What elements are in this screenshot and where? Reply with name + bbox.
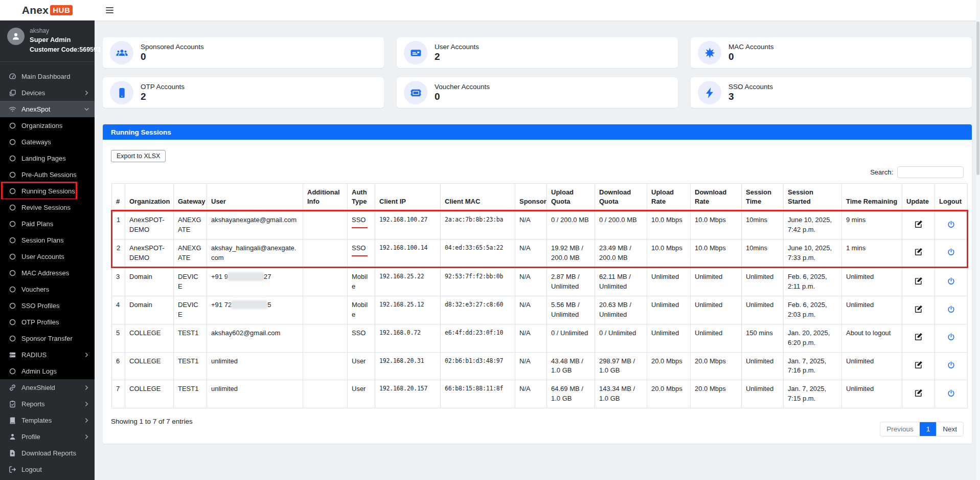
sidebar-item-revive-sessions[interactable]: Revive Sessions bbox=[0, 199, 95, 215]
sidebar-item-download-reports[interactable]: Download Reports bbox=[0, 445, 95, 461]
cell-update bbox=[902, 324, 935, 352]
cell-download-rate: Unlimited bbox=[691, 268, 742, 296]
logout-button[interactable] bbox=[946, 247, 956, 257]
sidebar-item-sso-profiles[interactable]: SSO Profiles bbox=[0, 297, 95, 314]
power-icon bbox=[947, 221, 955, 228]
logout-button[interactable] bbox=[946, 276, 956, 286]
pagination-previous[interactable]: Previous bbox=[880, 422, 920, 436]
sidebar-item-admin-logs[interactable]: Admin Logs bbox=[0, 363, 95, 379]
circle-icon bbox=[8, 138, 16, 146]
power-icon bbox=[947, 306, 955, 313]
hamburger-menu-icon[interactable] bbox=[104, 5, 116, 15]
scrollbar-thumb[interactable] bbox=[976, 21, 979, 175]
sidebar-item-gateways[interactable]: Gateways bbox=[0, 134, 95, 150]
cell-additional-info bbox=[303, 296, 348, 324]
edit-icon bbox=[915, 361, 922, 369]
cell-session-started: Jan. 7, 2025, 7:15 p.m. bbox=[784, 380, 842, 408]
sidebar-item-label: MAC Addresses bbox=[21, 269, 69, 277]
sidebar-item-running-sessions[interactable]: Running Sessions bbox=[0, 183, 95, 199]
sidebar-item-mac-addresses[interactable]: MAC Addresses bbox=[0, 265, 95, 281]
sidebar-item-devices[interactable]: Devices bbox=[0, 84, 95, 101]
sidebar-item-organizations[interactable]: Organizations bbox=[0, 117, 95, 134]
column-header-gateway: Gateway bbox=[174, 184, 207, 211]
lightning-icon bbox=[698, 81, 721, 104]
cell-: 2 bbox=[112, 239, 125, 268]
cell-organization: AnexSPOT-DEMO bbox=[125, 239, 174, 268]
cell-update bbox=[902, 296, 935, 324]
sidebar-item-session-plans[interactable]: Session Plans bbox=[0, 232, 95, 248]
update-button[interactable] bbox=[914, 388, 923, 398]
cell-user: +91 725 bbox=[207, 296, 303, 324]
cell-auth-type: Mobile bbox=[348, 268, 375, 296]
column-header-client-ip: Client IP bbox=[375, 184, 441, 211]
sidebar-item-main-dashboard[interactable]: Main Dashboard bbox=[0, 68, 95, 84]
cell-gateway: TEST1 bbox=[174, 324, 207, 352]
session-row-1: 1AnexSPOT-DEMOANEXGATEakshayanexgate@gma… bbox=[112, 211, 968, 239]
scrollbar[interactable] bbox=[976, 0, 980, 480]
sidebar-item-paid-plans[interactable]: Paid Plans bbox=[0, 215, 95, 232]
update-button[interactable] bbox=[914, 304, 923, 314]
sidebar-item-logout[interactable]: Logout bbox=[0, 461, 95, 477]
sidebar-item-label: AnexShield bbox=[21, 384, 55, 391]
sidebar-item-pre-auth-sessions[interactable]: Pre-Auth Sessions bbox=[0, 166, 95, 183]
sidebar-item-label: Landing Pages bbox=[21, 155, 66, 162]
session-row-7: 7COLLEGETEST1unlimitedUser192.168.20.157… bbox=[112, 380, 968, 408]
cell-client-ip: 192.168.100.27 bbox=[375, 211, 441, 239]
stat-card-value: 2 bbox=[141, 91, 185, 102]
pagination-next[interactable]: Next bbox=[936, 422, 963, 436]
column-header-additional-info: Additional Info bbox=[303, 184, 348, 211]
logout-button[interactable] bbox=[946, 388, 956, 398]
cell-auth-type: SSO bbox=[348, 211, 375, 239]
update-button[interactable] bbox=[914, 276, 923, 286]
search-input[interactable] bbox=[897, 166, 964, 178]
update-button[interactable] bbox=[914, 247, 923, 257]
column-header-: # bbox=[112, 184, 125, 211]
session-row-3: 3DomainDEVICE+91 927Mobile192.168.25.229… bbox=[112, 268, 968, 296]
logout-button[interactable] bbox=[946, 304, 956, 314]
sidebar-item-templates[interactable]: Templates bbox=[0, 412, 95, 428]
cell-additional-info bbox=[303, 324, 348, 352]
ticket-icon bbox=[404, 81, 427, 104]
sidebar-item-vouchers[interactable]: Vouchers bbox=[0, 281, 95, 297]
update-button[interactable] bbox=[914, 220, 923, 229]
sidebar-item-anexshield[interactable]: AnexShield bbox=[0, 379, 95, 396]
sidebar-item-user-accounts[interactable]: User Accounts bbox=[0, 248, 95, 265]
stats-cards: Sponsored Accounts0User Accounts2MAC Acc… bbox=[103, 37, 972, 108]
cell-sponsor: N/A bbox=[515, 352, 547, 380]
cell-download-quota: 20.63 MB / Unlimited bbox=[595, 296, 647, 324]
redacted-text bbox=[229, 273, 263, 280]
edit-icon bbox=[915, 333, 922, 341]
sidebar-item-otp-profiles[interactable]: OTP Profiles bbox=[0, 314, 95, 330]
sidebar-item-sponsor-transfer[interactable]: Sponsor Transfer bbox=[0, 330, 95, 346]
cell-logout bbox=[935, 380, 968, 408]
cell-time-remaining: 1 mins bbox=[842, 239, 902, 268]
logout-button[interactable] bbox=[946, 360, 956, 370]
app-logo[interactable]: Anex HUB bbox=[0, 0, 95, 20]
cell-update bbox=[902, 211, 935, 239]
logout-button[interactable] bbox=[946, 220, 956, 229]
sidebar-item-landing-pages[interactable]: Landing Pages bbox=[0, 150, 95, 166]
stat-card-user-accounts: User Accounts2 bbox=[397, 37, 678, 68]
logout-button[interactable] bbox=[946, 332, 956, 342]
sidebar-item-profile[interactable]: Profile bbox=[0, 428, 95, 445]
cell-upload-quota: 2.87 MB / Unlimited bbox=[547, 268, 595, 296]
user-block: akshay Super Admin Customer Code:569593 bbox=[0, 20, 95, 59]
panel-title: Running Sessions bbox=[111, 128, 171, 136]
logout-icon bbox=[8, 465, 16, 473]
stat-card-value: 0 bbox=[141, 51, 204, 62]
sidebar-item-anexspot[interactable]: AnexSpot bbox=[0, 101, 95, 117]
sidebar-item-reports[interactable]: Reports bbox=[0, 396, 95, 412]
cell-client-ip: 192.168.20.31 bbox=[375, 352, 441, 380]
pagination-page-1[interactable]: 1 bbox=[920, 422, 937, 436]
topbar bbox=[95, 0, 980, 20]
update-button[interactable] bbox=[914, 332, 923, 342]
export-xlsx-button[interactable]: Export to XLSX bbox=[111, 150, 166, 162]
cell-logout bbox=[935, 211, 968, 239]
cell-upload-rate: Unlimited bbox=[647, 268, 691, 296]
edit-icon bbox=[915, 221, 922, 228]
sidebar-item-radius[interactable]: RADIUS bbox=[0, 346, 95, 363]
cell-session-time: 150 mins bbox=[742, 324, 784, 352]
update-button[interactable] bbox=[914, 360, 923, 370]
cell-session-time: Unlimited bbox=[742, 352, 784, 380]
cell-session-started: Jan. 7, 2025, 7:16 p.m. bbox=[784, 352, 842, 380]
